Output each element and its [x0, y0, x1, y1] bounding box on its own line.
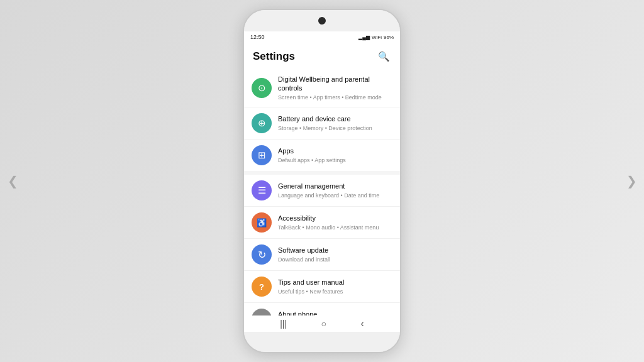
battery-text: Battery and device care Storage • Memory… [278, 114, 392, 132]
top-bezel [244, 10, 400, 31]
settings-item-tips[interactable]: ? Tips and user manual Useful tips • New… [244, 271, 400, 303]
apps-title: Apps [278, 146, 392, 155]
nav-home-icon[interactable]: ○ [321, 319, 326, 329]
settings-section-2: ☰ General management Language and keyboa… [244, 175, 400, 315]
status-left: 12:50 [250, 34, 265, 40]
nav-menu-icon[interactable]: ||| [280, 319, 287, 329]
software-update-subtitle: Download and install [278, 256, 392, 264]
about-phone-text: About phone Status • Legal information •… [278, 310, 392, 315]
digital-wellbeing-icon: ⊙ [252, 78, 272, 98]
settings-title: Settings [253, 50, 295, 63]
nav-back-icon[interactable]: ‹ [360, 318, 364, 329]
status-right: ▂▄▆ WiFi 96% [358, 35, 394, 40]
digital-wellbeing-subtitle: Screen time • App timers • Bedtime mode [278, 94, 392, 102]
settings-item-software-update[interactable]: ↻ Software update Download and install [244, 239, 400, 271]
settings-item-accessibility[interactable]: ♿ Accessibility TalkBack • Mono audio • … [244, 207, 400, 239]
tips-subtitle: Useful tips • New features [278, 288, 392, 296]
accessibility-text: Accessibility TalkBack • Mono audio • As… [278, 214, 392, 231]
battery-display: 96% [384, 35, 394, 40]
general-management-subtitle: Language and keyboard • Date and time [278, 192, 392, 200]
general-management-text: General management Language and keyboard… [278, 182, 392, 199]
search-icon: 🔍 [378, 51, 390, 62]
camera-notch [318, 17, 326, 25]
status-bar: 12:50 ▂▄▆ WiFi 96% [244, 31, 400, 43]
wifi-icon: WiFi [372, 35, 382, 40]
battery-icon: ⊕ [252, 113, 272, 133]
tips-title: Tips and user manual [278, 278, 392, 287]
bottom-bezel [244, 332, 400, 352]
settings-item-general-management[interactable]: ☰ General management Language and keyboa… [244, 175, 400, 207]
battery-title: Battery and device care [278, 114, 392, 123]
software-update-title: Software update [278, 246, 392, 255]
time-display: 12:50 [250, 34, 265, 40]
right-arrow[interactable]: ❯ [624, 173, 639, 189]
accessibility-subtitle: TalkBack • Mono audio • Assistant menu [278, 224, 392, 232]
tips-icon: ? [252, 277, 272, 297]
left-arrow[interactable]: ❮ [5, 173, 20, 189]
search-button[interactable]: 🔍 [376, 49, 391, 64]
settings-list[interactable]: ⊙ Digital Wellbeing and parental control… [244, 69, 400, 315]
tips-text: Tips and user manual Useful tips • New f… [278, 278, 392, 295]
settings-item-about-phone[interactable]: i About phone Status • Legal information… [244, 303, 400, 315]
phone-shell: 12:50 ▂▄▆ WiFi 96% Settings 🔍 [243, 9, 401, 353]
about-phone-title: About phone [278, 310, 392, 315]
general-management-icon: ☰ [252, 180, 272, 200]
accessibility-icon: ♿ [252, 212, 272, 233]
page-background: ❮ ❯ 12:50 ▂▄▆ WiFi 96% Settings 🔍 [0, 0, 644, 362]
settings-item-battery[interactable]: ⊕ Battery and device care Storage • Memo… [244, 107, 400, 140]
digital-wellbeing-text: Digital Wellbeing and parental controls … [278, 75, 392, 101]
screen: Settings 🔍 ⊙ Digital Wellbeing and paren… [244, 43, 400, 315]
apps-icon: ⊞ [252, 145, 272, 165]
apps-text: Apps Default apps • App settings [278, 146, 392, 164]
digital-wellbeing-title: Digital Wellbeing and parental controls [278, 75, 392, 93]
settings-item-apps[interactable]: ⊞ Apps Default apps • App settings [244, 140, 400, 171]
software-update-icon: ↻ [252, 244, 272, 265]
settings-item-digital-wellbeing[interactable]: ⊙ Digital Wellbeing and parental control… [244, 69, 400, 107]
settings-header: Settings 🔍 [244, 43, 400, 69]
signal-icon: ▂▄▆ [358, 35, 370, 40]
apps-subtitle: Default apps • App settings [278, 156, 392, 165]
bottom-nav-bar: ||| ○ ‹ [244, 315, 400, 332]
general-management-title: General management [278, 182, 392, 190]
about-phone-icon: i [252, 309, 272, 315]
battery-subtitle: Storage • Memory • Device protection [278, 124, 392, 133]
accessibility-title: Accessibility [278, 214, 392, 222]
software-update-text: Software update Download and install [278, 246, 392, 263]
settings-section-1: ⊙ Digital Wellbeing and parental control… [244, 69, 400, 171]
